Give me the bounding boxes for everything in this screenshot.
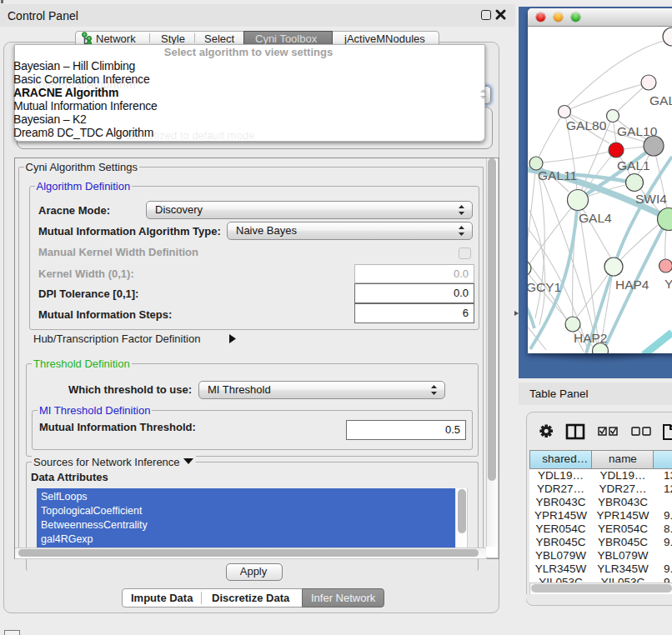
- svg-text:HAP4: HAP4: [615, 278, 649, 292]
- svg-text:GAL1: GAL1: [617, 158, 650, 172]
- svg-text:GAL10: GAL10: [617, 124, 658, 138]
- svg-text:GCY1: GCY1: [528, 280, 561, 294]
- svg-text:GAL2: GAL2: [649, 93, 672, 108]
- svg-text:Y: Y: [664, 277, 672, 291]
- svg-text:GAL11: GAL11: [538, 168, 577, 182]
- svg-text:GAL4: GAL4: [579, 211, 612, 225]
- svg-text:SWI4: SWI4: [635, 192, 667, 206]
- svg-text:HAP2: HAP2: [574, 331, 608, 345]
- svg-text:GAL80: GAL80: [566, 118, 607, 132]
